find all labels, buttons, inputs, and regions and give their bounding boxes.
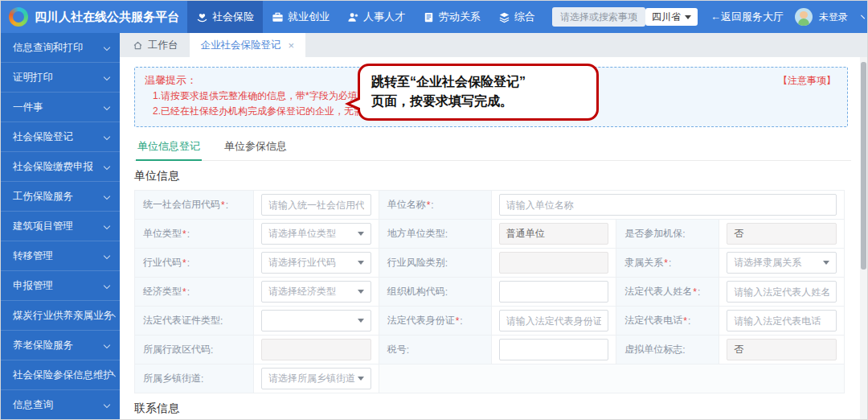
- field-label-text: 法定代表电话: [624, 314, 682, 327]
- form-tab[interactable]: 单位信息登记: [136, 135, 202, 161]
- nav-item[interactable]: 综合: [489, 1, 544, 33]
- sidebar-item[interactable]: 申报管理: [1, 271, 120, 301]
- region-label: 四川省: [652, 10, 681, 24]
- sidebar-item[interactable]: 转移管理: [1, 241, 120, 271]
- field-label-text: 隶属关系: [624, 256, 663, 270]
- field-cell: 否: [719, 336, 845, 364]
- sidebar-item[interactable]: 社会保险缴费申报: [1, 152, 120, 182]
- field-label: 地方单位类型:: [379, 220, 492, 249]
- text-input[interactable]: [499, 281, 609, 303]
- sidebar-item-label: 一件事: [13, 101, 43, 114]
- document-icon: [423, 11, 435, 23]
- field-cell: [492, 336, 617, 364]
- field-label-text: 单位名称: [387, 198, 426, 212]
- sidebar-item-label: 信息查询: [13, 398, 53, 412]
- required-asterisk: *: [182, 257, 186, 269]
- field-label-text: 经济类型: [143, 285, 182, 299]
- form-tab[interactable]: 单位参保信息: [223, 135, 289, 160]
- callout-line: 跳转至“企业社会保险登记”: [371, 72, 585, 92]
- field-label-text: 行业风险类别: [387, 256, 445, 270]
- field-cell: 请选择隶属关系: [719, 249, 845, 278]
- sidebar: 信息查询和打印证明打印一件事社会保险登记社会保险缴费申报工伤保险服务建筑项目管理…: [1, 33, 120, 420]
- search-input[interactable]: 请选择或搜索事项: [552, 7, 645, 27]
- field-label: 法定代表身份证*:: [379, 307, 492, 336]
- sidebar-item-label: 煤炭行业供养亲属业务: [13, 309, 113, 323]
- field-label-text: 地方单位类型: [387, 227, 445, 241]
- text-input[interactable]: [499, 310, 609, 331]
- sidebar-item[interactable]: 社会保险参保信息维护: [1, 360, 120, 390]
- field-label: 虚拟单位标志:: [616, 336, 719, 364]
- select-field[interactable]: [261, 310, 371, 331]
- select-field[interactable]: 请选择隶属关系: [727, 252, 837, 274]
- field-label: 组织机构代码:: [379, 278, 492, 307]
- field-label: 是否参加机保:: [616, 220, 719, 249]
- login-status[interactable]: 未登录: [819, 10, 848, 24]
- sidebar-item[interactable]: 煤炭行业供养亲属业务: [1, 301, 120, 331]
- required-asterisk: *: [427, 200, 431, 211]
- chevron-down-icon: [104, 163, 110, 170]
- heart-hands-icon: [196, 11, 208, 23]
- tab[interactable]: 工作台: [121, 33, 190, 57]
- field-label-text: 组织机构代码: [387, 285, 445, 299]
- sidebar-item[interactable]: 一件事: [1, 93, 120, 122]
- empty-cell: [379, 364, 845, 393]
- select-field[interactable]: 请选择单位类型: [261, 223, 371, 245]
- field-label-text: 统一社会信用代码: [143, 198, 220, 212]
- nav-item[interactable]: 劳动关系: [414, 1, 489, 33]
- sidebar-item[interactable]: 工伤保险服务: [1, 182, 120, 212]
- chevron-down-icon: [104, 193, 110, 200]
- required-asterisk: *: [221, 200, 225, 211]
- notice-link[interactable]: 【注意事项】: [778, 74, 836, 88]
- tab[interactable]: 企业社会保险登记×: [190, 33, 306, 57]
- sidebar-item-label: 工伤保险服务: [13, 190, 73, 204]
- chevron-down-icon[interactable]: [861, 15, 865, 19]
- section-title: 联系信息: [134, 401, 851, 416]
- select-field[interactable]: 请选择经济类型: [261, 281, 371, 303]
- sidebar-item-label: 证明打印: [13, 71, 53, 84]
- field-label-text: 税号: [387, 343, 407, 356]
- sidebar-item[interactable]: 社会保险登记: [1, 122, 120, 152]
- select-placeholder: 请选择行业代码: [268, 256, 336, 270]
- sidebar-item[interactable]: 信息查询和打印: [1, 33, 120, 63]
- field-label-text: 虚拟单位标志: [624, 343, 682, 356]
- sidebar-item[interactable]: 养老保险服务: [1, 331, 120, 360]
- field-cell: [254, 307, 379, 336]
- chevron-down-icon: [104, 44, 110, 51]
- nav-item-label: 劳动关系: [439, 10, 481, 24]
- close-icon[interactable]: ×: [289, 39, 295, 51]
- nav-item[interactable]: 社会保险: [187, 1, 263, 33]
- field-label-text: 所属乡镇街道: [143, 372, 201, 385]
- text-input[interactable]: [261, 194, 371, 216]
- field-cell: [492, 307, 617, 336]
- text-input[interactable]: [727, 281, 837, 303]
- select-field[interactable]: 请选择所属乡镇街道: [261, 368, 371, 389]
- text-input[interactable]: [499, 339, 609, 360]
- sidebar-item[interactable]: 信息查询: [1, 390, 120, 420]
- select-field[interactable]: 请选择行业代码: [261, 252, 371, 274]
- section-title: 单位信息: [134, 169, 851, 183]
- nav-item[interactable]: 就业创业: [263, 1, 338, 33]
- caret-down-icon: [358, 290, 364, 294]
- person-icon: [347, 11, 359, 23]
- sidebar-item[interactable]: 证明打印: [1, 63, 120, 93]
- scrollbar-thumb[interactable]: [861, 62, 866, 270]
- sidebar-item-label: 建筑项目管理: [13, 220, 73, 233]
- text-input[interactable]: [727, 310, 837, 331]
- app-window: 四川人社在线公共服务平台 社会保险就业创业人事人才劳动关系综合 请选择或搜索事项…: [0, 0, 868, 420]
- field-cell: [254, 336, 379, 364]
- vertical-scrollbar[interactable]: [860, 57, 867, 420]
- sidebar-item[interactable]: 建筑项目管理: [1, 212, 120, 241]
- field-label: 行业代码*:: [135, 249, 254, 278]
- region-selector[interactable]: 四川省: [645, 8, 698, 26]
- select-placeholder: 请选择单位类型: [268, 227, 336, 241]
- text-input[interactable]: [499, 194, 837, 216]
- nav-item[interactable]: 人事人才: [338, 1, 414, 33]
- field-cell: [254, 191, 379, 220]
- nav-item-label: 综合: [514, 10, 535, 24]
- platform-logo-icon: [9, 7, 28, 27]
- required-asterisk: *: [456, 315, 460, 327]
- required-asterisk: *: [693, 286, 697, 298]
- back-to-hall-link[interactable]: ←返回服务大厅: [710, 10, 784, 24]
- field-label: 单位名称*:: [379, 191, 492, 220]
- avatar[interactable]: [795, 8, 813, 26]
